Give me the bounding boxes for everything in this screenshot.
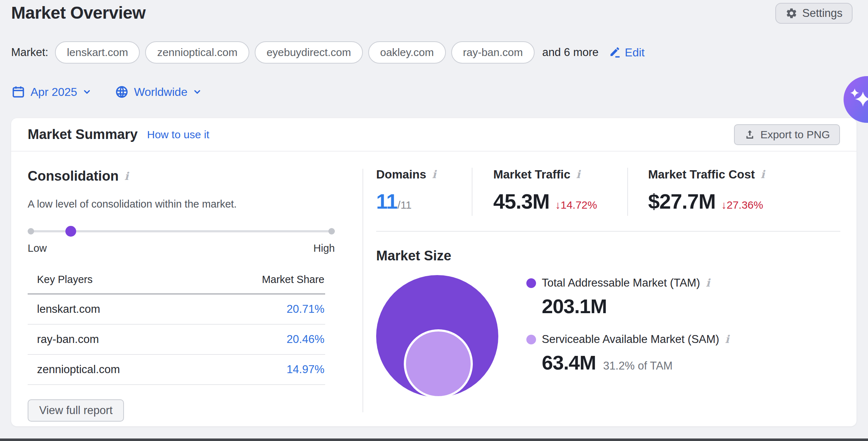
tam-value: 203.1M	[542, 294, 607, 318]
market-size-legend: Total Addressable Market (TAM) i 203.1M …	[526, 275, 729, 403]
info-icon[interactable]: i	[706, 278, 710, 288]
calendar-icon	[11, 85, 26, 99]
consolidation-title: Consolidation	[28, 168, 119, 184]
pencil-icon	[609, 46, 621, 59]
key-players-table: Key Players Market Share lenskart.com 20…	[28, 274, 325, 385]
filters-row: Apr 2025 Worldwide	[11, 82, 202, 102]
card-title: Market Summary	[28, 127, 138, 142]
consolidation-description: A low level of consolidation within the …	[28, 198, 362, 210]
date-filter-dropdown[interactable]: Apr 2025	[11, 85, 92, 99]
stats-row: Domains i 11 /11 Market Traffic i 45.3M	[376, 168, 845, 216]
player-share-link[interactable]: 20.46%	[287, 333, 324, 346]
table-row[interactable]: ray-ban.com 20.46%	[28, 325, 325, 355]
market-bar: Market: lenskart.com zennioptical.com ey…	[11, 41, 645, 64]
edit-link-label: Edit	[625, 46, 645, 59]
info-icon[interactable]: i	[576, 169, 580, 180]
region-filter-dropdown[interactable]: Worldwide	[115, 85, 202, 99]
settings-button[interactable]: Settings	[775, 3, 853, 24]
player-domain: ray-ban.com	[37, 333, 99, 346]
market-size-title: Market Size	[376, 248, 845, 264]
stats-divider	[376, 231, 840, 232]
domains-stat-value: 11	[376, 189, 397, 213]
market-domain-pill[interactable]: zennioptical.com	[145, 41, 249, 64]
consolidation-section: Consolidation i A low level of consolida…	[28, 168, 362, 422]
market-traffic-stat: Market Traffic i 45.3M ↓14.72%	[472, 168, 628, 216]
sam-circle[interactable]	[404, 329, 473, 398]
tam-sam-bubble-chart	[376, 275, 505, 403]
column-header-key-players: Key Players	[37, 274, 93, 286]
market-label: Market:	[11, 46, 48, 59]
market-traffic-stat-value: 45.3M	[493, 189, 549, 213]
sam-value: 63.4M	[542, 351, 596, 374]
card-header: Market Summary How to use it Export to P…	[11, 118, 857, 152]
ai-assistant-button[interactable]	[844, 76, 868, 123]
market-traffic-cost-stat-value: $27.7M	[648, 189, 715, 213]
export-to-png-button[interactable]: Export to PNG	[734, 124, 840, 145]
market-domain-pill[interactable]: eyebuydirect.com	[255, 41, 363, 64]
tam-legend-bullet	[526, 278, 536, 288]
info-icon[interactable]: i	[725, 334, 729, 345]
table-row[interactable]: zennioptical.com 14.97%	[28, 355, 325, 385]
market-domain-pill[interactable]: ray-ban.com	[451, 41, 535, 64]
slider-end-dot-low	[28, 228, 34, 235]
slider-low-label: Low	[28, 242, 47, 254]
market-traffic-cost-stat-label: Market Traffic Cost	[648, 168, 755, 181]
player-domain: lenskart.com	[37, 303, 100, 316]
table-row[interactable]: lenskart.com 20.71%	[28, 294, 325, 325]
gear-icon	[785, 7, 798, 19]
tam-legend-label: Total Addressable Market (TAM)	[542, 277, 700, 289]
market-metrics-section: Domains i 11 /11 Market Traffic i 45.3M	[376, 168, 845, 403]
chevron-down-icon	[82, 87, 92, 97]
globe-icon	[115, 85, 129, 99]
slider-high-label: High	[313, 242, 335, 254]
column-header-market-share: Market Share	[262, 274, 324, 286]
sam-legend-bullet	[526, 335, 536, 344]
domains-stat-suffix: /11	[397, 199, 411, 211]
page-title: Market Overview	[11, 3, 146, 23]
market-domain-pill[interactable]: lenskart.com	[55, 41, 140, 64]
domains-stat-label: Domains	[376, 168, 426, 181]
market-traffic-stat-label: Market Traffic	[493, 168, 571, 181]
market-domain-pill[interactable]: oakley.com	[368, 41, 446, 64]
info-icon[interactable]: i	[761, 169, 765, 180]
slider-end-dot-high	[328, 228, 335, 235]
market-traffic-cost-stat: Market Traffic Cost i $27.7M ↓27.36%	[628, 168, 765, 216]
export-button-label: Export to PNG	[761, 129, 830, 141]
domains-stat: Domains i 11 /11	[376, 168, 472, 216]
market-traffic-change-badge: ↓14.72%	[555, 199, 597, 211]
info-icon[interactable]: i	[124, 171, 128, 182]
date-filter-value: Apr 2025	[31, 85, 77, 99]
market-size-chart-area: Total Addressable Market (TAM) i 203.1M …	[376, 275, 845, 403]
sam-percent-of-tam: 31.2% of TAM	[603, 359, 673, 372]
player-share-link[interactable]: 14.97%	[287, 363, 324, 376]
market-traffic-cost-change-badge: ↓27.36%	[721, 199, 763, 211]
sam-legend-label: Serviceable Available Market (SAM)	[542, 333, 719, 346]
view-full-report-button[interactable]: View full report	[28, 399, 124, 422]
edit-market-link[interactable]: Edit	[609, 46, 645, 59]
consolidation-slider	[28, 226, 335, 237]
info-icon[interactable]: i	[432, 169, 436, 180]
column-divider	[363, 169, 363, 412]
consolidation-slider-knob[interactable]	[65, 226, 76, 237]
market-summary-card: Market Summary How to use it Export to P…	[11, 118, 857, 426]
settings-button-label: Settings	[802, 7, 842, 20]
market-overview-page: Market Overview Settings Market: lenskar…	[0, 0, 868, 441]
player-domain: zennioptical.com	[37, 363, 120, 376]
window-bottom-edge	[0, 438, 868, 441]
more-domains-text: and 6 more	[542, 46, 599, 59]
player-share-link[interactable]: 20.71%	[287, 303, 324, 316]
chevron-down-icon	[193, 87, 202, 97]
region-filter-value: Worldwide	[134, 85, 188, 99]
upload-icon	[744, 129, 756, 140]
how-to-use-link[interactable]: How to use it	[147, 129, 209, 141]
